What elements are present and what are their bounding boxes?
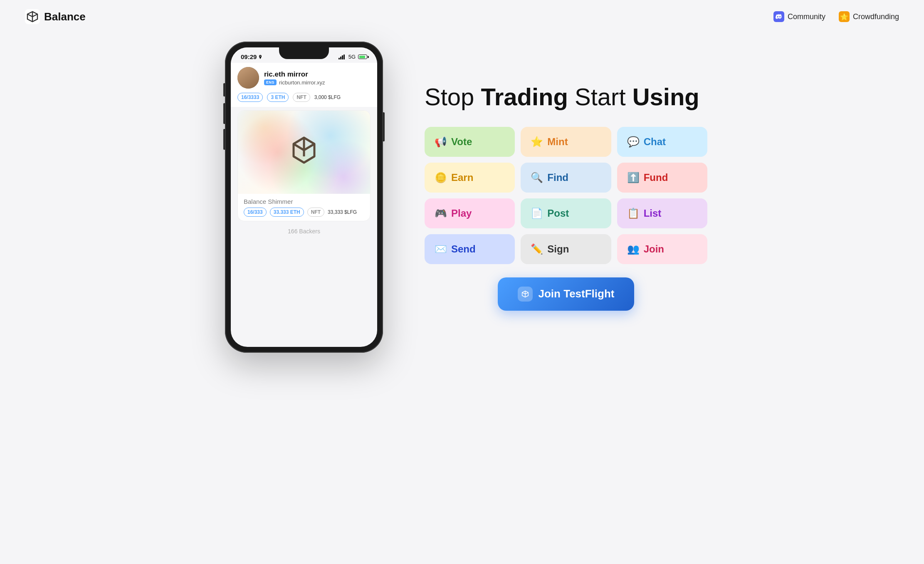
send-label: Send bbox=[451, 243, 476, 255]
nft-card[interactable]: Balance Shimmer 16/333 33.333 ETH NFT 33… bbox=[237, 110, 371, 221]
action-btn-play[interactable]: 🎮Play bbox=[425, 198, 515, 228]
testflight-icon bbox=[518, 287, 533, 302]
profile-header: ric.eth mirror ENS ricburton.mirror.xyz bbox=[237, 67, 371, 89]
main-content: 09:29 5G bbox=[0, 33, 924, 378]
nft-title: Balance Shimmer bbox=[244, 198, 364, 205]
phone-btn-power bbox=[383, 112, 385, 141]
testflight-button[interactable]: Join TestFlight bbox=[498, 277, 635, 311]
ens-domain: ricburton.mirror.xyz bbox=[279, 79, 325, 86]
logo-text: Balance bbox=[44, 10, 86, 23]
action-btn-send[interactable]: ✉️Send bbox=[425, 234, 515, 264]
phone-btn-vol-up bbox=[223, 103, 225, 124]
card-section: Balance Shimmer 16/333 33.333 ETH NFT 33… bbox=[231, 110, 377, 221]
play-label: Play bbox=[451, 208, 472, 219]
find-label: Find bbox=[547, 172, 568, 183]
signal-icon bbox=[338, 54, 346, 59]
svg-rect-3 bbox=[342, 55, 343, 59]
stat-nft: NFT bbox=[293, 93, 310, 102]
location-icon bbox=[258, 55, 262, 59]
action-btn-list[interactable]: 📋List bbox=[617, 198, 707, 228]
phone-btn-silent bbox=[223, 83, 225, 96]
status-time: 09:29 bbox=[241, 53, 262, 60]
profile-section: ric.eth mirror ENS ricburton.mirror.xyz … bbox=[231, 63, 377, 107]
join-icon: 👥 bbox=[627, 243, 640, 255]
avatar bbox=[237, 67, 259, 89]
join-label: Join bbox=[644, 243, 664, 255]
action-grid: 📢Vote⭐Mint💬Chat🪙Earn🔍Find⬆️Fund🎮Play📄Pos… bbox=[425, 127, 707, 264]
list-icon: 📋 bbox=[627, 208, 640, 219]
hero-bold1: Trading bbox=[481, 83, 568, 110]
nft-image-inner bbox=[238, 111, 370, 194]
vote-label: Vote bbox=[451, 136, 472, 148]
backers-count: 166 Backers bbox=[288, 228, 320, 235]
action-btn-earn[interactable]: 🪙Earn bbox=[425, 163, 515, 193]
post-label: Post bbox=[547, 208, 569, 219]
find-icon: 🔍 bbox=[531, 172, 543, 183]
action-btn-sign[interactable]: ✏️Sign bbox=[521, 234, 611, 264]
nft-stats: 16/333 33.333 ETH NFT 33,333 $LFG bbox=[244, 208, 364, 217]
crowdfunding-link[interactable]: ⭐ Crowdfunding bbox=[839, 11, 899, 22]
discord-icon bbox=[773, 11, 784, 22]
sign-label: Sign bbox=[547, 243, 569, 255]
svg-rect-4 bbox=[343, 54, 345, 59]
profile-stats: 16/3333 3 ETH NFT 3,000 $LFG bbox=[237, 93, 371, 102]
phone-mockup: 09:29 5G bbox=[217, 42, 391, 353]
battery-indicator bbox=[358, 54, 367, 59]
ens-badge: ENS bbox=[264, 79, 277, 85]
balance-logo-nft bbox=[285, 134, 323, 171]
nft-stat-lfg: 33,333 $LFG bbox=[328, 209, 357, 215]
star-icon: ⭐ bbox=[839, 11, 850, 22]
svg-rect-1 bbox=[338, 58, 340, 59]
nft-info: Balance Shimmer 16/333 33.333 ETH NFT 33… bbox=[238, 194, 370, 221]
phone-notch bbox=[279, 47, 329, 59]
post-icon: 📄 bbox=[531, 208, 543, 219]
avatar-image bbox=[237, 67, 259, 89]
nft-stat-eth: 33.333 ETH bbox=[270, 208, 304, 217]
profile-info: ric.eth mirror ENS ricburton.mirror.xyz bbox=[264, 70, 371, 86]
chat-label: Chat bbox=[644, 136, 666, 148]
stat-edition: 16/3333 bbox=[237, 93, 263, 102]
nft-stat-nft: NFT bbox=[307, 208, 324, 217]
sign-icon: ✏️ bbox=[531, 243, 543, 255]
crowdfunding-label: Crowdfunding bbox=[853, 12, 899, 21]
earn-label: Earn bbox=[451, 172, 473, 183]
action-btn-chat[interactable]: 💬Chat bbox=[617, 127, 707, 157]
backers-section: 166 Backers bbox=[231, 221, 377, 241]
nft-image bbox=[238, 111, 370, 194]
action-btn-fund[interactable]: ⬆️Fund bbox=[617, 163, 707, 193]
logo[interactable]: Balance bbox=[25, 9, 86, 24]
action-btn-post[interactable]: 📄Post bbox=[521, 198, 611, 228]
list-label: List bbox=[644, 208, 662, 219]
fund-label: Fund bbox=[644, 172, 668, 183]
hero-title: Stop Trading Start Using bbox=[425, 84, 707, 110]
profile-ens: ENS ricburton.mirror.xyz bbox=[264, 79, 371, 86]
play-icon: 🎮 bbox=[435, 208, 447, 219]
fund-icon: ⬆️ bbox=[627, 172, 640, 183]
community-link[interactable]: Community bbox=[773, 11, 825, 22]
action-btn-find[interactable]: 🔍Find bbox=[521, 163, 611, 193]
send-icon: ✉️ bbox=[435, 243, 447, 255]
profile-name: ric.eth mirror bbox=[264, 70, 371, 79]
action-btn-mint[interactable]: ⭐Mint bbox=[521, 127, 611, 157]
right-section: Stop Trading Start Using 📢Vote⭐Mint💬Chat… bbox=[425, 84, 707, 311]
vote-icon: 📢 bbox=[435, 136, 447, 148]
phone-screen: 09:29 5G bbox=[231, 47, 377, 347]
phone-btn-vol-down bbox=[223, 129, 225, 150]
testflight-label: Join TestFlight bbox=[539, 287, 615, 300]
nav: Community ⭐ Crowdfunding bbox=[773, 11, 899, 22]
testflight-wrapper: Join TestFlight bbox=[425, 277, 707, 311]
status-right: 5G bbox=[338, 54, 367, 60]
hero-part2: Start bbox=[568, 83, 632, 110]
mint-label: Mint bbox=[547, 136, 568, 148]
chat-icon: 💬 bbox=[627, 136, 640, 148]
stat-eth: 3 ETH bbox=[267, 93, 289, 102]
community-label: Community bbox=[788, 12, 825, 21]
hero-bold2: Using bbox=[632, 83, 699, 110]
mint-icon: ⭐ bbox=[531, 136, 543, 148]
earn-icon: 🪙 bbox=[435, 172, 447, 183]
hero-part1: Stop bbox=[425, 83, 481, 110]
nft-stat-edition: 16/333 bbox=[244, 208, 267, 217]
action-btn-join[interactable]: 👥Join bbox=[617, 234, 707, 264]
svg-rect-2 bbox=[340, 57, 341, 59]
action-btn-vote[interactable]: 📢Vote bbox=[425, 127, 515, 157]
